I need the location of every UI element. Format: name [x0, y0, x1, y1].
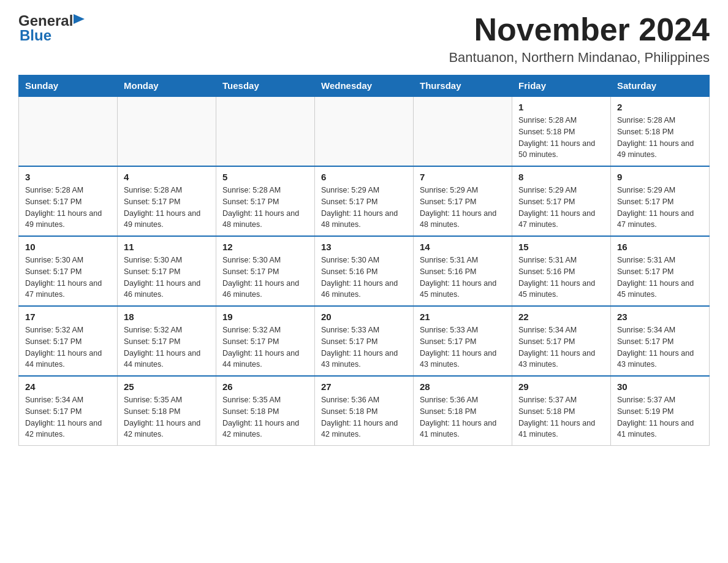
day-info: Sunrise: 5:33 AMSunset: 5:17 PMDaylight:… — [321, 324, 407, 370]
calendar-cell: 26Sunrise: 5:35 AMSunset: 5:18 PMDayligh… — [216, 376, 315, 446]
day-number: 5 — [222, 172, 308, 182]
day-number: 25 — [124, 381, 210, 392]
day-info: Sunrise: 5:31 AMSunset: 5:16 PMDaylight:… — [518, 255, 604, 301]
day-number: 7 — [420, 172, 506, 182]
day-info: Sunrise: 5:37 AMSunset: 5:19 PMDaylight:… — [617, 394, 703, 440]
day-info: Sunrise: 5:29 AMSunset: 5:17 PMDaylight:… — [617, 185, 703, 231]
calendar-cell: 8Sunrise: 5:29 AMSunset: 5:17 PMDaylight… — [512, 166, 611, 236]
day-number: 18 — [124, 312, 210, 322]
calendar-cell — [118, 96, 216, 166]
day-info: Sunrise: 5:34 AMSunset: 5:17 PMDaylight:… — [617, 324, 703, 370]
day-info: Sunrise: 5:35 AMSunset: 5:18 PMDaylight:… — [124, 394, 210, 440]
day-info: Sunrise: 5:34 AMSunset: 5:17 PMDaylight:… — [25, 394, 111, 440]
day-number: 23 — [617, 312, 703, 322]
calendar-cell: 2Sunrise: 5:28 AMSunset: 5:18 PMDaylight… — [611, 96, 710, 166]
day-info: Sunrise: 5:30 AMSunset: 5:17 PMDaylight:… — [222, 255, 308, 301]
calendar-header-saturday: Saturday — [611, 75, 710, 97]
day-number: 6 — [321, 172, 407, 182]
subtitle: Bantuanon, Northern Mindanao, Philippine… — [449, 50, 710, 66]
day-info: Sunrise: 5:28 AMSunset: 5:18 PMDaylight:… — [518, 115, 604, 161]
day-info: Sunrise: 5:29 AMSunset: 5:17 PMDaylight:… — [321, 185, 407, 231]
day-number: 26 — [222, 381, 308, 392]
calendar-cell: 9Sunrise: 5:29 AMSunset: 5:17 PMDaylight… — [611, 166, 710, 236]
calendar-cell: 27Sunrise: 5:36 AMSunset: 5:18 PMDayligh… — [315, 376, 414, 446]
title-area: November 2024 Bantuanon, Northern Mindan… — [449, 12, 710, 66]
calendar-cell: 11Sunrise: 5:30 AMSunset: 5:17 PMDayligh… — [118, 236, 216, 306]
calendar-header-tuesday: Tuesday — [216, 75, 315, 97]
calendar-cell: 10Sunrise: 5:30 AMSunset: 5:17 PMDayligh… — [19, 236, 118, 306]
logo-area: General Blue — [18, 12, 88, 44]
calendar-cell: 25Sunrise: 5:35 AMSunset: 5:18 PMDayligh… — [118, 376, 216, 446]
calendar-cell — [315, 96, 414, 166]
calendar-cell: 22Sunrise: 5:34 AMSunset: 5:17 PMDayligh… — [512, 306, 611, 376]
calendar-week-row: 3Sunrise: 5:28 AMSunset: 5:17 PMDaylight… — [19, 166, 710, 236]
day-info: Sunrise: 5:32 AMSunset: 5:17 PMDaylight:… — [25, 324, 111, 370]
day-number: 8 — [518, 172, 604, 182]
day-info: Sunrise: 5:31 AMSunset: 5:16 PMDaylight:… — [420, 255, 506, 301]
day-info: Sunrise: 5:29 AMSunset: 5:17 PMDaylight:… — [518, 185, 604, 231]
calendar-cell: 19Sunrise: 5:32 AMSunset: 5:17 PMDayligh… — [216, 306, 315, 376]
day-info: Sunrise: 5:37 AMSunset: 5:18 PMDaylight:… — [518, 394, 604, 440]
day-number: 2 — [617, 102, 703, 112]
calendar-cell: 17Sunrise: 5:32 AMSunset: 5:17 PMDayligh… — [19, 306, 118, 376]
calendar-cell: 3Sunrise: 5:28 AMSunset: 5:17 PMDaylight… — [19, 166, 118, 236]
calendar-cell: 6Sunrise: 5:29 AMSunset: 5:17 PMDaylight… — [315, 166, 414, 236]
day-info: Sunrise: 5:30 AMSunset: 5:17 PMDaylight:… — [124, 255, 210, 301]
day-info: Sunrise: 5:36 AMSunset: 5:18 PMDaylight:… — [420, 394, 506, 440]
logo-triangle-icon — [74, 14, 87, 28]
calendar-cell: 21Sunrise: 5:33 AMSunset: 5:17 PMDayligh… — [414, 306, 512, 376]
day-info: Sunrise: 5:28 AMSunset: 5:18 PMDaylight:… — [617, 115, 703, 161]
day-number: 24 — [25, 381, 111, 392]
calendar-week-row: 17Sunrise: 5:32 AMSunset: 5:17 PMDayligh… — [19, 306, 710, 376]
calendar-week-row: 1Sunrise: 5:28 AMSunset: 5:18 PMDaylight… — [19, 96, 710, 166]
page-header: General Blue November 2024 Bantuanon, No… — [18, 12, 710, 66]
calendar-cell: 5Sunrise: 5:28 AMSunset: 5:17 PMDaylight… — [216, 166, 315, 236]
day-number: 19 — [222, 312, 308, 322]
calendar-cell: 28Sunrise: 5:36 AMSunset: 5:18 PMDayligh… — [414, 376, 512, 446]
day-info: Sunrise: 5:28 AMSunset: 5:17 PMDaylight:… — [222, 185, 308, 231]
day-number: 16 — [617, 242, 703, 252]
calendar-cell: 29Sunrise: 5:37 AMSunset: 5:18 PMDayligh… — [512, 376, 611, 446]
calendar-cell — [19, 96, 118, 166]
calendar-cell: 15Sunrise: 5:31 AMSunset: 5:16 PMDayligh… — [512, 236, 611, 306]
day-info: Sunrise: 5:28 AMSunset: 5:17 PMDaylight:… — [124, 185, 210, 231]
day-info: Sunrise: 5:32 AMSunset: 5:17 PMDaylight:… — [124, 324, 210, 370]
day-info: Sunrise: 5:29 AMSunset: 5:17 PMDaylight:… — [420, 185, 506, 231]
day-number: 3 — [25, 172, 111, 182]
day-number: 1 — [518, 102, 604, 112]
calendar-cell: 13Sunrise: 5:30 AMSunset: 5:16 PMDayligh… — [315, 236, 414, 306]
calendar-table: SundayMondayTuesdayWednesdayThursdayFrid… — [18, 75, 710, 446]
calendar-cell: 4Sunrise: 5:28 AMSunset: 5:17 PMDaylight… — [118, 166, 216, 236]
calendar-header-sunday: Sunday — [19, 75, 118, 97]
day-number: 20 — [321, 312, 407, 322]
calendar-header-monday: Monday — [118, 75, 216, 97]
day-info: Sunrise: 5:32 AMSunset: 5:17 PMDaylight:… — [222, 324, 308, 370]
main-title: November 2024 — [449, 12, 710, 47]
calendar-cell: 24Sunrise: 5:34 AMSunset: 5:17 PMDayligh… — [19, 376, 118, 446]
day-number: 29 — [518, 381, 604, 392]
calendar-week-row: 24Sunrise: 5:34 AMSunset: 5:17 PMDayligh… — [19, 376, 710, 446]
calendar-cell: 30Sunrise: 5:37 AMSunset: 5:19 PMDayligh… — [611, 376, 710, 446]
calendar-cell: 16Sunrise: 5:31 AMSunset: 5:17 PMDayligh… — [611, 236, 710, 306]
day-number: 12 — [222, 242, 308, 252]
svg-marker-0 — [74, 14, 85, 24]
day-info: Sunrise: 5:28 AMSunset: 5:17 PMDaylight:… — [25, 185, 111, 231]
calendar-cell: 1Sunrise: 5:28 AMSunset: 5:18 PMDaylight… — [512, 96, 611, 166]
calendar-header-wednesday: Wednesday — [315, 75, 414, 97]
day-number: 14 — [420, 242, 506, 252]
day-info: Sunrise: 5:34 AMSunset: 5:17 PMDaylight:… — [518, 324, 604, 370]
day-info: Sunrise: 5:33 AMSunset: 5:17 PMDaylight:… — [420, 324, 506, 370]
logo-blue-text: Blue — [20, 27, 51, 44]
calendar-header-thursday: Thursday — [414, 75, 512, 97]
day-info: Sunrise: 5:35 AMSunset: 5:18 PMDaylight:… — [222, 394, 308, 440]
day-number: 15 — [518, 242, 604, 252]
day-number: 10 — [25, 242, 111, 252]
day-number: 13 — [321, 242, 407, 252]
day-number: 17 — [25, 312, 111, 322]
day-info: Sunrise: 5:36 AMSunset: 5:18 PMDaylight:… — [321, 394, 407, 440]
calendar-cell: 7Sunrise: 5:29 AMSunset: 5:17 PMDaylight… — [414, 166, 512, 236]
calendar-header-friday: Friday — [512, 75, 611, 97]
day-number: 4 — [124, 172, 210, 182]
day-number: 9 — [617, 172, 703, 182]
calendar-cell: 12Sunrise: 5:30 AMSunset: 5:17 PMDayligh… — [216, 236, 315, 306]
